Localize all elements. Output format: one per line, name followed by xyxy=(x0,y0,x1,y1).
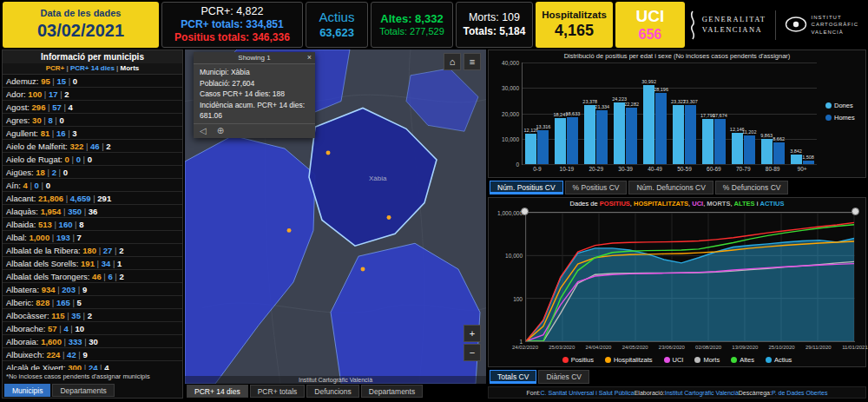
map-controls: ⌂ ≡ xyxy=(444,53,481,70)
bar-value-label: 11,202 xyxy=(742,129,756,135)
bar-dones-20-29[interactable] xyxy=(584,105,595,164)
municipality-row[interactable]: Alaquàs: 1,954 | 350 | 36 xyxy=(3,205,182,218)
bar-homes-60-69[interactable] xyxy=(714,119,726,164)
altes-dot-icon xyxy=(731,357,737,363)
footer-link[interactable]: Institut Cartogràfic Valencià xyxy=(665,390,739,396)
gva-text-line1: GENERALITAT xyxy=(702,15,766,24)
municipality-row[interactable]: Albaida: 513 | 160 | 8 xyxy=(3,218,182,231)
bar-homes-50-59[interactable] xyxy=(685,105,696,164)
home-button[interactable]: ⌂ xyxy=(444,53,461,70)
municipality-row[interactable]: Ador: 100 | 17 | 2 xyxy=(3,88,182,101)
tab-defuncions-cv[interactable]: % Defuncions CV xyxy=(715,181,789,194)
tab-pcr-totals[interactable]: PCR+ totals xyxy=(250,385,306,398)
icv-eye-icon xyxy=(785,15,807,34)
icv-text-line2: CARTOGRÀFIC xyxy=(812,21,858,28)
municipality-row[interactable]: Alborache: 57 | 4 | 10 xyxy=(3,322,182,335)
tab-defuncions[interactable]: Defuncions xyxy=(306,385,359,398)
bar-dones-80-89[interactable] xyxy=(761,139,773,164)
popup-close-icon[interactable]: × xyxy=(307,53,312,62)
municipality-row[interactable]: Albalat dels Sorells: 191 | 34 | 1 xyxy=(3,257,182,270)
municipality-row[interactable]: Albalat de la Ribera: 180 | 27 | 2 xyxy=(3,244,182,257)
bar-dones-0-9[interactable] xyxy=(525,134,536,164)
popup-title: Showing 1 xyxy=(238,54,270,62)
hospitalitzats-label: Hospitalitzats xyxy=(542,9,607,21)
bar-dones-70-79[interactable] xyxy=(732,133,743,164)
time-slider-handle-left[interactable] xyxy=(521,208,529,215)
municipality-row[interactable]: Albatera: 934 | 203 | 9 xyxy=(3,283,182,296)
bar-value-label: 18,633 xyxy=(565,111,580,116)
tab-di-ries-cv[interactable]: Diàries CV xyxy=(538,370,589,384)
municipality-row[interactable]: Agost: 296 | 57 | 4 xyxy=(3,101,182,114)
tab-departaments[interactable]: Departaments xyxy=(52,384,114,397)
icv-text-line3: VALENCIÀ xyxy=(812,29,858,36)
bar-homes-80-89[interactable] xyxy=(773,142,785,164)
icv-logo: INSTITUT CARTOGRÀFIC VALENCIÀ xyxy=(785,14,858,36)
sidebar-tabs: MunicipisDepartaments xyxy=(3,383,182,398)
popup-prev-icon[interactable]: ◁ xyxy=(200,126,207,135)
municipality-row[interactable]: Agres: 30 | 8 | 0 xyxy=(3,114,182,127)
bar-homes-90[interactable] xyxy=(803,161,814,164)
bar-value-label: 3,842 xyxy=(790,148,802,154)
line-y-tick: 1,000,000 xyxy=(497,210,523,216)
municipality-row[interactable]: Agullent: 81 | 16 | 3 xyxy=(3,127,182,140)
bar-dones-50-59[interactable] xyxy=(673,105,684,164)
municipality-row[interactable]: Albocàsser: 115 | 35 | 2 xyxy=(3,309,182,322)
line-x-tick: 24/05/2020 xyxy=(622,345,648,350)
bar-y-tick: 20,000 xyxy=(502,110,519,116)
municipality-row[interactable]: Aigües: 18 | 2 | 0 xyxy=(3,166,182,179)
legend-pcr: PCR+ xyxy=(46,64,65,72)
tab-pcr-14-dies[interactable]: PCR+ 14 dies xyxy=(187,385,248,398)
footer-link[interactable]: C. Sanitat Universal i Salut Pública xyxy=(541,390,635,396)
bar-homes-10-19[interactable] xyxy=(567,117,578,165)
municipality-row[interactable]: Alboraia: 1,600 | 333 | 30 xyxy=(3,335,182,348)
tab-n-m-defuncions-cv[interactable]: Núm. Defuncions CV xyxy=(628,181,713,194)
tab-totals-cv[interactable]: Totals CV xyxy=(490,370,536,384)
zoom-in-button[interactable]: + xyxy=(464,325,481,342)
bar-dones-60-69[interactable] xyxy=(702,119,713,164)
municipality-row[interactable]: Albuixech: 224 | 42 | 9 xyxy=(3,348,182,361)
line-x-tick: 24/02/2020 xyxy=(512,345,538,350)
bar-homes-0-9[interactable] xyxy=(537,130,549,164)
municipality-row[interactable]: Alacant: 21,806 | 4,659 | 291 xyxy=(3,192,182,205)
basemap-button[interactable]: ≡ xyxy=(464,53,481,70)
bar-dones-90[interactable] xyxy=(791,155,802,164)
actius-box: Actius 63,623 xyxy=(306,2,368,48)
altes-totals: Totals: 277,529 xyxy=(379,26,444,38)
municipality-row[interactable]: Ademuz: 95 | 15 | 0 xyxy=(3,75,182,88)
bar-x-tick: 0-9 xyxy=(533,166,541,172)
bar-dones-30-39[interactable] xyxy=(614,102,625,164)
municipality-row[interactable]: Alberic: 828 | 165 | 5 xyxy=(3,296,182,309)
municipality-row[interactable]: Alcalà de Xivert: 300 | 24 | 4 xyxy=(3,361,182,370)
bar-x-tick: 50-59 xyxy=(677,166,692,172)
pcr-today: PCR+: 4,822 xyxy=(201,5,264,19)
tab-positius-cv[interactable]: % Positius CV xyxy=(565,181,628,194)
municipality-row[interactable]: Aielo de Rugat: 0 | 0 | 0 xyxy=(3,153,182,166)
timeseries-chart-wrap: 110010,0001,000,000 xyxy=(525,212,855,342)
bar-homes-70-79[interactable] xyxy=(744,135,755,164)
bar-homes-40-49[interactable] xyxy=(655,93,667,164)
map-canvas[interactable]: Xàbia Showing 1 × Municipi: XàbiaPoblaci… xyxy=(185,49,486,384)
bar-gridline xyxy=(523,164,817,165)
footer-link[interactable]: P. de Dades Obertes xyxy=(772,390,827,396)
tab-n-m-positius-cv[interactable]: Núm. Positius CV xyxy=(490,181,563,194)
municipality-row[interactable]: Aín: 4 | 0 | 0 xyxy=(3,179,182,192)
right-panel: Distribució de positius per edat i sexe … xyxy=(488,49,866,399)
municipality-row[interactable]: Albal: 1,000 | 193 | 7 xyxy=(3,231,182,244)
bar-homes-30-39[interactable] xyxy=(626,108,637,164)
bar-dones-40-49[interactable] xyxy=(643,85,654,164)
uci-dot-icon xyxy=(664,357,670,363)
bar-homes-20-29[interactable] xyxy=(596,110,608,164)
municipality-list[interactable]: Ademuz: 95 | 15 | 0Ador: 100 | 17 | 2Ago… xyxy=(3,75,182,370)
age-chart-title: Distribució de positius per edat i sexe … xyxy=(489,50,865,61)
bar-value-label: 1,508 xyxy=(802,155,814,160)
municipality-row[interactable]: Albalat dels Tarongers: 46 | 6 | 2 xyxy=(3,270,182,283)
time-slider-handle-right[interactable] xyxy=(852,208,859,215)
zoom-out-button[interactable]: − xyxy=(464,344,481,361)
gva-text-line2: VALENCIANA xyxy=(702,25,766,35)
popup-zoom-icon[interactable]: ⊕ xyxy=(217,126,224,135)
municipality-row[interactable]: Aielo de Malferit: 322 | 46 | 2 xyxy=(3,140,182,153)
tab-departaments[interactable]: Departaments xyxy=(361,385,423,398)
morts-dot-icon xyxy=(694,357,700,363)
tab-municipis[interactable]: Municipis xyxy=(4,384,50,397)
bar-dones-10-19[interactable] xyxy=(555,118,566,164)
